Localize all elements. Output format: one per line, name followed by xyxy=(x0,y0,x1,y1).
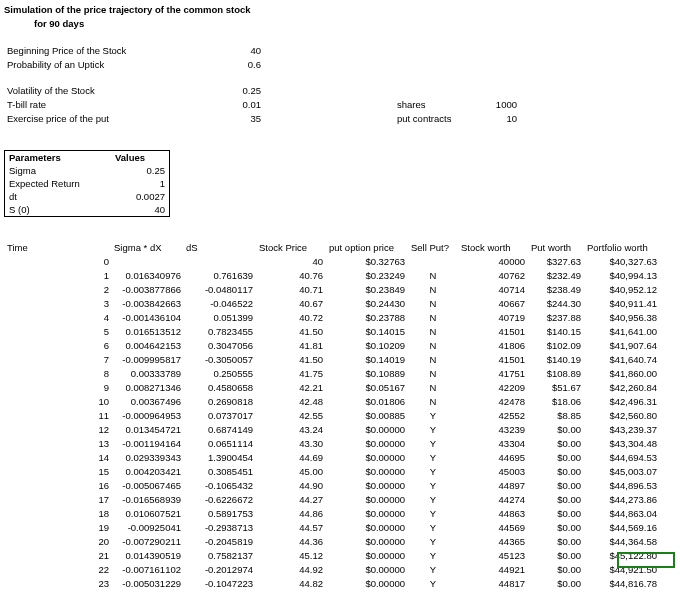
cell[interactable]: 0.6874149 xyxy=(184,423,256,437)
cell[interactable]: $44,863.04 xyxy=(584,507,660,521)
cell[interactable]: Y xyxy=(408,479,458,493)
cell[interactable]: Y xyxy=(408,521,458,535)
cell[interactable]: -0.007161102 xyxy=(112,563,184,577)
cell[interactable]: $0.24430 xyxy=(326,297,408,311)
cell[interactable]: $44,364.58 xyxy=(584,535,660,549)
cell[interactable]: $0.00000 xyxy=(326,451,408,465)
cell[interactable]: 2 xyxy=(4,283,112,297)
cell[interactable]: $0.00000 xyxy=(326,577,408,591)
cell[interactable]: $44,896.53 xyxy=(584,479,660,493)
cell[interactable]: N xyxy=(408,283,458,297)
cell[interactable]: $42,496.31 xyxy=(584,395,660,409)
cell[interactable]: 0 xyxy=(4,255,112,269)
cell[interactable]: 44.27 xyxy=(256,493,326,507)
cell[interactable]: 20 xyxy=(4,535,112,549)
cell[interactable]: 0.004642153 xyxy=(112,339,184,353)
cell[interactable]: $18.06 xyxy=(528,395,584,409)
cell[interactable]: 13 xyxy=(4,437,112,451)
cell[interactable]: N xyxy=(408,395,458,409)
cell[interactable]: Y xyxy=(408,409,458,423)
cell[interactable]: -0.005031229 xyxy=(112,577,184,591)
cell[interactable]: $42,560.80 xyxy=(584,409,660,423)
cell[interactable]: $238.49 xyxy=(528,283,584,297)
tbill-value[interactable]: 0.01 xyxy=(184,98,264,112)
cell[interactable]: Y xyxy=(408,563,458,577)
cell[interactable]: -0.000964953 xyxy=(112,409,184,423)
cell[interactable]: $44,273.86 xyxy=(584,493,660,507)
cell[interactable]: 19 xyxy=(4,521,112,535)
cell[interactable]: $41,641.00 xyxy=(584,325,660,339)
cell[interactable]: -0.009995817 xyxy=(112,353,184,367)
cell[interactable]: $43,239.37 xyxy=(584,423,660,437)
cell[interactable]: 0.2690818 xyxy=(184,395,256,409)
cell[interactable]: $0.10209 xyxy=(326,339,408,353)
cell[interactable]: $0.00000 xyxy=(326,423,408,437)
cell[interactable]: $41,907.64 xyxy=(584,339,660,353)
cell[interactable]: $327.63 xyxy=(528,255,584,269)
param-value[interactable]: 1 xyxy=(111,177,169,190)
cell[interactable]: Y xyxy=(408,493,458,507)
cell[interactable]: 44.57 xyxy=(256,521,326,535)
cell[interactable]: $0.01806 xyxy=(326,395,408,409)
cell[interactable]: 0.5891753 xyxy=(184,507,256,521)
cell[interactable]: Y xyxy=(408,465,458,479)
cell[interactable]: $8.85 xyxy=(528,409,584,423)
cell[interactable]: 1 xyxy=(4,269,112,283)
cell[interactable]: N xyxy=(408,269,458,283)
cell[interactable]: 6 xyxy=(4,339,112,353)
cell[interactable]: $40,956.38 xyxy=(584,311,660,325)
cell[interactable]: $44,921.50 xyxy=(584,563,660,577)
cell[interactable]: 0.051399 xyxy=(184,311,256,325)
cell[interactable]: Y xyxy=(408,437,458,451)
cell[interactable]: 40.67 xyxy=(256,297,326,311)
cell[interactable]: $45,122.80 xyxy=(584,549,660,563)
cell[interactable]: $40,952.12 xyxy=(584,283,660,297)
cell[interactable]: $0.00 xyxy=(528,507,584,521)
cell[interactable]: $0.00000 xyxy=(326,521,408,535)
cell[interactable]: 40000 xyxy=(458,255,528,269)
cell[interactable]: $0.00000 xyxy=(326,479,408,493)
cell[interactable]: Y xyxy=(408,549,458,563)
cell[interactable]: 44695 xyxy=(458,451,528,465)
cell[interactable]: 9 xyxy=(4,381,112,395)
cell[interactable]: $237.88 xyxy=(528,311,584,325)
cell[interactable]: 44.36 xyxy=(256,535,326,549)
cell[interactable]: 4 xyxy=(4,311,112,325)
cell[interactable]: 0.010607521 xyxy=(112,507,184,521)
cell[interactable]: 41751 xyxy=(458,367,528,381)
cell[interactable]: N xyxy=(408,339,458,353)
exercise-value[interactable]: 35 xyxy=(184,112,264,126)
cell[interactable]: 40667 xyxy=(458,297,528,311)
cell[interactable]: $0.00000 xyxy=(326,535,408,549)
cell[interactable]: 44863 xyxy=(458,507,528,521)
cell[interactable]: 44897 xyxy=(458,479,528,493)
cell[interactable]: -0.016568939 xyxy=(112,493,184,507)
cell[interactable]: $0.00000 xyxy=(326,563,408,577)
cell[interactable]: N xyxy=(408,381,458,395)
cell[interactable]: Y xyxy=(408,423,458,437)
cell[interactable]: 43.24 xyxy=(256,423,326,437)
cell[interactable]: 43239 xyxy=(458,423,528,437)
cell[interactable]: 18 xyxy=(4,507,112,521)
cell[interactable]: 14 xyxy=(4,451,112,465)
cell[interactable]: $40,327.63 xyxy=(584,255,660,269)
cell[interactable]: 22 xyxy=(4,563,112,577)
cell[interactable]: 41.81 xyxy=(256,339,326,353)
cell[interactable]: 40762 xyxy=(458,269,528,283)
cell[interactable]: $44,694.53 xyxy=(584,451,660,465)
cell[interactable]: 42.55 xyxy=(256,409,326,423)
cell[interactable]: $0.14015 xyxy=(326,325,408,339)
cell[interactable]: 0.3085451 xyxy=(184,465,256,479)
cell[interactable]: 44.82 xyxy=(256,577,326,591)
cell[interactable]: Y xyxy=(408,535,458,549)
cell[interactable]: N xyxy=(408,367,458,381)
cell[interactable]: 40714 xyxy=(458,283,528,297)
cell[interactable]: 0.008271346 xyxy=(112,381,184,395)
cell[interactable] xyxy=(184,255,256,269)
cell[interactable]: $0.00 xyxy=(528,549,584,563)
cell[interactable]: -0.0480117 xyxy=(184,283,256,297)
cell[interactable]: 40 xyxy=(256,255,326,269)
cell[interactable]: $0.23249 xyxy=(326,269,408,283)
cell[interactable]: $232.49 xyxy=(528,269,584,283)
cell[interactable]: 44921 xyxy=(458,563,528,577)
